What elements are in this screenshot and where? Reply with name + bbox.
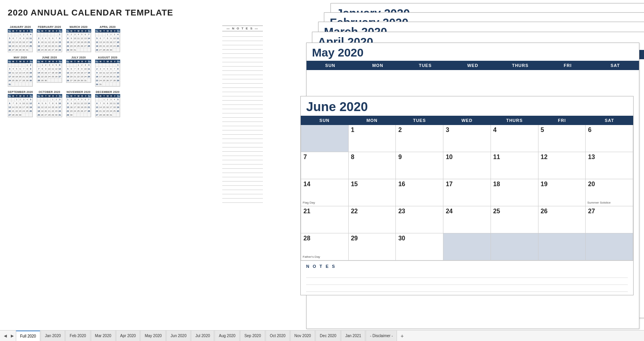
mini-cal-day: 18 [77,40,80,44]
mini-cal-day: 23 [95,79,99,82]
mini-cal-day: 2 [37,36,41,40]
mini-cal-dow: T [73,29,77,33]
mini-cal-day: 13 [51,40,55,44]
add-sheet-button[interactable]: + [397,331,407,341]
mini-cal-day: 28 [99,113,102,117]
mini-cal-day [95,63,99,67]
mini-cal-day: 3 [8,67,12,71]
note-line [222,58,263,62]
mini-cal-day [12,82,15,86]
note-line [222,62,263,67]
spreadsheet-tab[interactable]: Jun 2020 [166,331,191,341]
mini-cal-day: 2 [106,98,109,101]
tab-nav-next[interactable]: ▶ [9,331,16,341]
spreadsheet-tab[interactable]: Jan 2020 [41,331,65,341]
mini-cal-day: 8 [102,101,106,105]
mini-cal-day: 15 [66,105,70,109]
spreadsheet-tab[interactable]: Full 2020 [16,331,40,341]
mini-cal-day: 27 [58,75,62,79]
mini-cal-day: 11 [116,36,120,40]
mini-cal-day: 16 [80,71,84,75]
mini-cal-day [116,48,120,52]
mini-cal-day: 10 [58,101,62,105]
mini-cal-day: 6 [58,63,62,67]
mini-cal-day: 14 [37,71,41,75]
mini-cal-day: 12 [95,40,99,44]
mini-cal-day [44,33,48,36]
june-cal-header-cell: SAT [586,116,633,125]
note-line [222,113,263,118]
mini-cal-day: 20 [109,75,113,79]
mini-calendar-jan: JANUARY 2020SuMTWRFSa1234567891011121314… [8,26,33,52]
mini-cal-day: 24 [73,109,77,113]
mini-cal-day: 25 [51,75,55,79]
june-cal-cell: 17 [443,179,491,206]
mini-cal-day: 9 [80,67,84,71]
mini-cal-day [87,79,91,82]
mini-cal-day: 24 [113,44,116,48]
mini-cal-day: 4 [113,98,116,101]
mini-cal-dow: Su [95,94,99,98]
june-cal-day-number: 1 [351,127,354,133]
mini-cal-day [70,63,73,67]
spreadsheet-tab[interactable]: Feb 2020 [65,331,90,341]
mini-cal-dow: F [113,29,116,33]
spreadsheet-tab[interactable]: Apr 2020 [116,331,140,341]
note-line [222,71,263,75]
mini-cal-day: 13 [70,71,73,75]
spreadsheet-tab[interactable]: - Disclaimer - [366,331,397,341]
june-cal-day-number: 30 [398,235,405,242]
mini-cal-day [29,82,32,86]
tab-nav-prev[interactable]: ◀ [2,331,9,341]
mini-cal-day: 12 [8,40,12,44]
mini-cal-title-dec: DECEMBER 2020 [95,91,120,93]
spreadsheet-tab[interactable]: Jul 2020 [191,331,214,341]
mini-cal-day [99,33,102,36]
mini-cal-day: 27 [12,48,15,52]
spreadsheet-tab[interactable]: Sep 2020 [240,331,265,341]
spreadsheet-tab[interactable]: Mar 2020 [91,331,116,341]
mini-cal-day [80,48,84,52]
june-cal-day-number: 13 [588,154,595,160]
mini-cal-day: 25 [87,75,91,79]
spreadsheet-tab[interactable]: Dec 2020 [315,331,341,341]
mini-cal-day: 14 [87,36,91,40]
mini-cal-day: 1 [26,63,29,67]
mini-cal-day: 30 [29,79,32,82]
mini-cal-dow: T [44,29,48,33]
mini-cal-day [113,113,116,117]
mini-cal-day [8,63,12,67]
june-calendar: June 2020SUNMONTUESWEDTHURSFRISAT1234567… [300,96,634,295]
mini-cal-day: 9 [95,71,99,75]
spreadsheet-tab[interactable]: Aug 2020 [215,331,240,341]
mini-cal-day: 29 [26,79,29,82]
mini-cal-dow: M [70,29,73,33]
mini-cal-dow: R [22,29,26,33]
june-cal-cell: 20Summer Solstice [586,179,633,206]
mini-cal-day: 16 [109,40,113,44]
spreadsheet-tab[interactable]: May 2020 [140,331,166,341]
june-cal-cell: 19 [538,179,586,206]
june-cal-cell: 26 [538,206,586,233]
mini-cal-day [106,82,109,86]
mini-cal-dow: W [48,94,51,98]
mini-cal-day: 30 [70,113,73,117]
mini-cal-day: 17 [58,105,62,109]
june-cal-day-number: 5 [541,127,544,133]
spreadsheet-tab[interactable]: Jan 2021 [341,331,365,341]
mini-calendar-mar: MARCH 2020SuMTWRFSa123456789101112131415… [66,26,91,52]
note-line [222,109,263,113]
mini-cal-day: 3 [26,33,29,36]
notes-title: — N O T E S — [222,26,263,31]
mini-cal-day [22,63,26,67]
mini-cal-day [84,113,87,117]
mini-cal-day [73,113,77,117]
mini-cal-day: 29 [51,113,55,117]
mini-cal-dow: R [51,94,55,98]
note-line [222,135,263,139]
spreadsheet-tab[interactable]: Nov 2020 [290,331,315,341]
mini-cal-day [102,33,106,36]
mini-cal-day: 24 [99,79,102,82]
spreadsheet-tab[interactable]: Oct 2020 [266,331,290,341]
mini-cal-day: 26 [41,113,44,117]
